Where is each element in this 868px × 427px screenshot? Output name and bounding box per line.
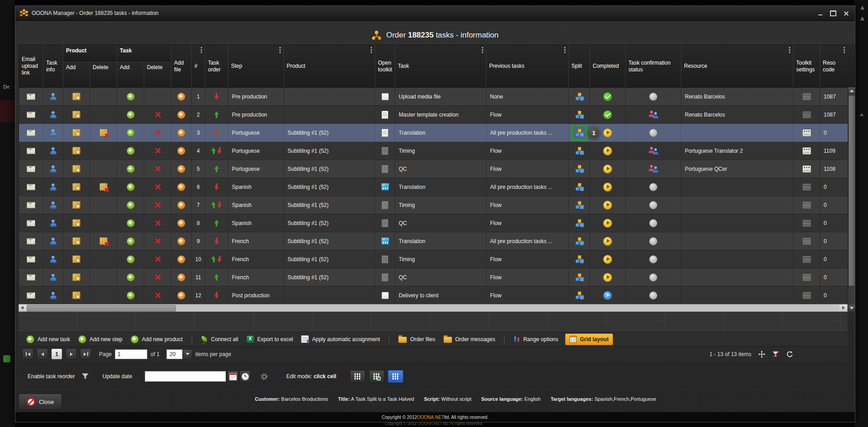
minimize-button[interactable] bbox=[818, 11, 823, 16]
connect-all-button[interactable]: Connect all bbox=[197, 334, 242, 344]
toolkit-settings-icon[interactable] bbox=[802, 202, 811, 209]
product-cell[interactable]: Subtitling #1 (52) bbox=[284, 196, 375, 214]
column-header-task-delete[interactable]: Delete bbox=[144, 62, 171, 88]
resource-cell[interactable]: Portuguese Translator 2 bbox=[681, 142, 793, 160]
step-cell[interactable]: French bbox=[228, 232, 284, 250]
go-next-page-button[interactable] bbox=[66, 348, 77, 360]
column-header-completed[interactable]: Completed bbox=[590, 45, 626, 88]
delete-product-icon[interactable] bbox=[99, 183, 108, 191]
toolkit-settings-icon[interactable] bbox=[802, 111, 811, 118]
email-upload-link-icon[interactable] bbox=[27, 184, 35, 190]
up-arrow-icon[interactable] bbox=[214, 111, 219, 118]
task-row[interactable]: 5PortugueseSubtitling #1 (52)QCFlowPortu… bbox=[19, 160, 848, 178]
open-toolkit-checkbox[interactable] bbox=[382, 93, 389, 100]
task-row[interactable]: 6SpanishSubtitling #1 (52)TranslationAll… bbox=[19, 178, 848, 196]
start-task-icon[interactable] bbox=[603, 273, 612, 282]
split-task-icon[interactable] bbox=[575, 237, 583, 245]
step-cell[interactable]: French bbox=[228, 250, 284, 268]
email-upload-link-icon[interactable] bbox=[27, 220, 35, 226]
add-task-icon[interactable] bbox=[127, 273, 135, 282]
delete-task-icon[interactable] bbox=[155, 147, 161, 154]
add-file-icon[interactable] bbox=[177, 147, 185, 155]
column-header-email-upload-link[interactable]: Email upload link bbox=[19, 45, 43, 88]
add-product-icon[interactable] bbox=[72, 147, 80, 155]
resource-cell[interactable] bbox=[681, 124, 793, 142]
column-header-toolkit-settings[interactable]: Toolkit settings bbox=[793, 45, 820, 88]
down-arrow-icon[interactable] bbox=[214, 93, 219, 100]
task-info-icon[interactable] bbox=[50, 93, 57, 100]
split-task-icon[interactable] bbox=[575, 273, 583, 281]
split-task-icon[interactable] bbox=[575, 147, 583, 155]
task-cell[interactable]: Upload media file bbox=[395, 88, 486, 106]
start-task-icon[interactable] bbox=[603, 237, 612, 246]
add-task-icon[interactable] bbox=[127, 129, 135, 137]
resource-cell[interactable] bbox=[681, 268, 793, 286]
grid-layout-button[interactable]: Grid layout bbox=[565, 333, 613, 345]
task-cell[interactable]: Delivery to client bbox=[395, 286, 486, 305]
clear-filters-button[interactable] bbox=[772, 351, 779, 358]
toolkit-settings-icon[interactable] bbox=[802, 256, 811, 263]
view-mode-grid-excel-button[interactable] bbox=[369, 370, 384, 383]
add-task-icon[interactable] bbox=[127, 291, 135, 300]
previous-tasks-cell[interactable]: Flow bbox=[486, 106, 569, 124]
add-task-icon[interactable] bbox=[127, 147, 135, 155]
add-file-icon[interactable] bbox=[177, 165, 185, 173]
column-menu-icon[interactable] bbox=[844, 47, 845, 53]
go-previous-page-button[interactable] bbox=[37, 348, 48, 360]
previous-tasks-cell[interactable]: All pre production tasks ... bbox=[486, 232, 569, 250]
product-cell[interactable] bbox=[284, 286, 375, 305]
start-task-icon[interactable] bbox=[603, 219, 612, 228]
email-upload-link-icon[interactable] bbox=[27, 112, 35, 118]
product-cell[interactable]: Subtitling #1 (52) bbox=[284, 178, 375, 196]
column-menu-icon[interactable] bbox=[371, 47, 372, 53]
column-header-[interactable]: # bbox=[192, 45, 205, 88]
task-completed-icon[interactable] bbox=[603, 92, 612, 101]
column-header-reso-code[interactable]: Reso code bbox=[820, 45, 848, 88]
up-arrow-icon[interactable] bbox=[214, 220, 219, 226]
toolkit-settings-icon[interactable] bbox=[802, 93, 811, 100]
task-reorder-filter-button[interactable] bbox=[81, 373, 89, 380]
add-product-icon[interactable] bbox=[72, 183, 80, 191]
delete-task-icon[interactable] bbox=[155, 111, 161, 118]
email-upload-link-icon[interactable] bbox=[27, 94, 35, 100]
vertical-scroll-thumb[interactable] bbox=[849, 95, 855, 286]
task-cell[interactable]: Translation bbox=[395, 232, 486, 250]
add-task-icon[interactable] bbox=[127, 183, 135, 191]
column-menu-icon[interactable] bbox=[279, 47, 281, 53]
scroll-up-button[interactable] bbox=[848, 87, 855, 94]
down-arrow-icon[interactable] bbox=[214, 129, 219, 136]
product-cell[interactable]: Subtitling #1 (52) bbox=[284, 214, 375, 232]
close-button[interactable]: Close bbox=[19, 394, 62, 410]
delete-task-icon[interactable] bbox=[155, 274, 161, 281]
horizontal-scrollbar[interactable] bbox=[19, 304, 848, 312]
task-info-icon[interactable] bbox=[50, 165, 57, 173]
add-product-icon[interactable] bbox=[72, 219, 80, 227]
open-toolkit-doc-icon[interactable] bbox=[382, 129, 388, 137]
resource-cell[interactable]: Renato Barcelos bbox=[681, 106, 793, 124]
split-task-icon[interactable] bbox=[575, 219, 583, 227]
resource-cell[interactable] bbox=[681, 178, 793, 196]
task-info-icon[interactable] bbox=[50, 292, 57, 299]
add-task-icon[interactable] bbox=[127, 219, 135, 227]
column-header-task-info[interactable]: Task info bbox=[43, 45, 63, 88]
add-new-product-button[interactable]: Add new product bbox=[127, 333, 187, 345]
start-task-icon[interactable] bbox=[603, 183, 612, 192]
column-header-open-toolkit[interactable]: Open toolkit bbox=[375, 45, 395, 88]
task-cell[interactable]: QC bbox=[395, 214, 486, 232]
toolkit-settings-icon[interactable] bbox=[802, 183, 811, 191]
product-cell[interactable]: Subtitling #1 (52) bbox=[284, 142, 375, 160]
split-task-icon[interactable] bbox=[575, 111, 583, 118]
step-cell[interactable]: French bbox=[228, 268, 284, 286]
step-cell[interactable]: Pre production bbox=[228, 106, 284, 124]
add-file-icon[interactable] bbox=[177, 201, 185, 209]
split-task-icon[interactable] bbox=[575, 291, 583, 299]
open-toolkit-media-icon[interactable] bbox=[381, 183, 389, 191]
email-upload-link-icon[interactable] bbox=[27, 274, 35, 281]
task-cell[interactable]: Translation bbox=[395, 124, 486, 142]
task-row[interactable]: 2Pre productionMaster template creationF… bbox=[19, 106, 848, 124]
delete-task-icon[interactable] bbox=[155, 165, 161, 172]
previous-tasks-cell[interactable]: All pre production tasks ... bbox=[486, 124, 569, 142]
close-window-button[interactable] bbox=[844, 11, 849, 16]
task-info-icon[interactable] bbox=[50, 111, 57, 118]
down-arrow-icon[interactable] bbox=[214, 238, 219, 244]
